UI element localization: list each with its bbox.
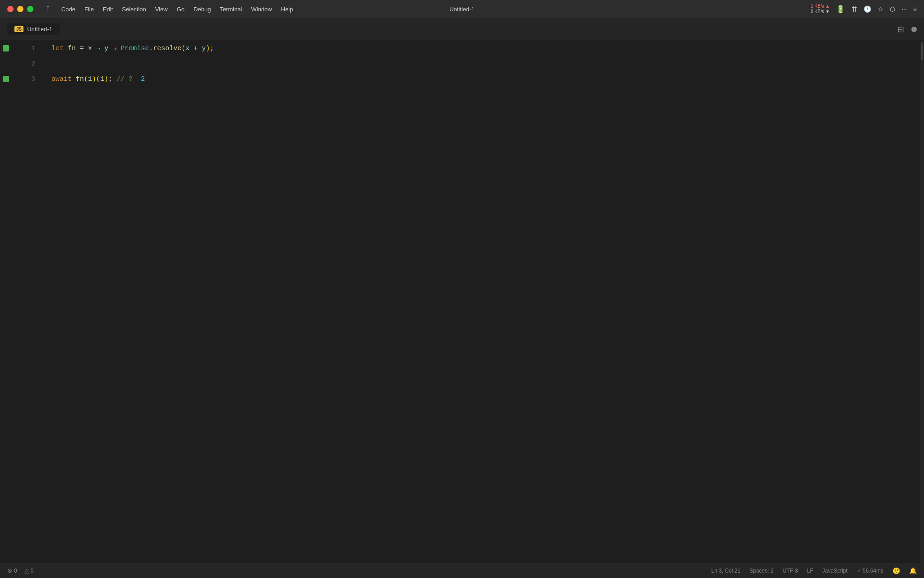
gutter-line-2 (0, 56, 20, 71)
more-icon[interactable]: ··· (901, 5, 907, 13)
param-x: x (88, 45, 92, 52)
code-line-3[interactable]: await fn(1)(1); // ? 2 (42, 71, 924, 87)
num-1b: 1 (100, 75, 104, 83)
menubar:  Code File Edit Selection View Go Debug… (0, 0, 924, 18)
arg-x: x (185, 45, 189, 52)
arrow-2: ⇒ (112, 44, 116, 53)
arg-y: y (202, 45, 206, 52)
tab-title: Untitled-1 (27, 26, 52, 33)
menu-edit[interactable]: Edit (98, 4, 117, 14)
code-line-2[interactable] (42, 56, 924, 71)
breakpoint-gutter (0, 41, 20, 563)
comment-text: // ? (116, 75, 141, 83)
statusbar-left: ⊗ 0 △ 0 (7, 567, 33, 574)
editor: 1 2 3 let fn = x ⇒ y ⇒ Promise.resolve(x… (0, 41, 924, 563)
bookmark-icon: ☆ (878, 5, 883, 13)
menubar-right: 1 KB/s ▲ 0 KB/s ▼ 🔋 ⇈ 🕐 ☆ ⬡ ··· ≡ (811, 4, 917, 14)
minimize-button[interactable] (17, 6, 23, 12)
menu-code[interactable]: Code (57, 4, 80, 14)
error-number: 0 (14, 568, 17, 574)
var-fn: fn (68, 45, 76, 52)
scrollbar[interactable] (920, 41, 924, 563)
split-editor-icon[interactable]: ⊟ (897, 24, 904, 34)
keyword-await: await (51, 75, 76, 83)
close-button[interactable] (7, 6, 14, 12)
clock-icon: 🕐 (864, 5, 871, 13)
network-info: 1 KB/s ▲ 0 KB/s ▼ (811, 4, 830, 14)
method-resolve: resolve (153, 45, 181, 52)
gutter-line-1[interactable] (0, 41, 20, 56)
list-icon[interactable]: ≡ (913, 5, 917, 13)
maximize-button[interactable] (27, 6, 33, 12)
tabbar-actions: ⊟ (897, 24, 917, 34)
call-fn: fn (76, 75, 84, 83)
menu-debug[interactable]: Debug (189, 4, 215, 14)
smiley-icon[interactable]: 🙂 (892, 567, 900, 574)
op-equals: = (76, 45, 88, 52)
class-promise: Promise (120, 45, 149, 52)
breakpoint-1[interactable] (3, 45, 9, 51)
breakpoint-3[interactable] (3, 76, 9, 82)
cursor-position[interactable]: Ln 3, Col 21 (711, 568, 741, 574)
num-1a: 1 (88, 75, 92, 83)
statusbar: ⊗ 0 △ 0 Ln 3, Col 21 Spaces: 2 UTF-8 LF … (0, 563, 924, 578)
paren-close-3: ) (104, 75, 108, 83)
menu-file[interactable]: File (80, 4, 98, 14)
line-numbers: 1 2 3 (20, 41, 42, 563)
menu-view[interactable]: View (151, 4, 172, 14)
menu-selection[interactable]: Selection (117, 4, 150, 14)
language-mode[interactable]: JavaScript (822, 568, 848, 574)
menu-items:  Code File Edit Selection View Go Debug… (42, 3, 811, 15)
spaces-setting[interactable]: Spaces: 2 (749, 568, 773, 574)
arrow-1: ⇒ (96, 44, 100, 53)
active-tab[interactable]: JS Untitled-1 (7, 23, 60, 35)
statusbar-right: Ln 3, Col 21 Spaces: 2 UTF-8 LF JavaScri… (711, 567, 917, 574)
timing-info: ✓ 56.64ms (857, 568, 883, 574)
menu-window[interactable]: Window (247, 4, 277, 14)
avatar-icon: ⬡ (890, 5, 895, 13)
window-title: Untitled-1 (449, 6, 475, 13)
error-count[interactable]: ⊗ 0 (7, 567, 17, 574)
tabbar: JS Untitled-1 ⊟ (0, 18, 924, 41)
unsaved-indicator (911, 27, 917, 32)
code-line-1[interactable]: let fn = x ⇒ y ⇒ Promise.resolve(x + y); (42, 41, 924, 56)
warning-icon: △ (24, 567, 29, 574)
gutter-line-3[interactable] (0, 71, 20, 87)
warning-count[interactable]: △ 0 (24, 567, 34, 574)
battery-icon: 🔋 (836, 5, 845, 14)
error-icon: ⊗ (7, 567, 12, 574)
keyword-let: let (51, 45, 68, 52)
traffic-lights (7, 6, 33, 12)
line-ending[interactable]: LF (807, 568, 813, 574)
paren-open-1: ( (181, 45, 185, 52)
warning-number: 0 (31, 568, 34, 574)
bell-icon[interactable]: 🔔 (909, 567, 917, 574)
paren-close-1: ) (206, 45, 210, 52)
menu-terminal[interactable]: Terminal (215, 4, 246, 14)
line-number-2: 2 (20, 56, 42, 71)
param-y: y (104, 45, 108, 52)
paren-open-2: ( (84, 75, 88, 83)
code-editor[interactable]: let fn = x ⇒ y ⇒ Promise.resolve(x + y);… (42, 41, 924, 563)
scrollbar-thumb[interactable] (921, 42, 923, 61)
menu-help[interactable]: Help (277, 4, 298, 14)
menu-go[interactable]: Go (172, 4, 189, 14)
js-badge: JS (14, 26, 23, 32)
line-number-3: 3 (20, 71, 42, 87)
encoding[interactable]: UTF-8 (783, 568, 798, 574)
paren-close-2: ) (92, 75, 96, 83)
comment-value: 2 (141, 75, 145, 83)
wifi-icon: ⇈ (851, 5, 857, 14)
paren-open-3: ( (96, 75, 100, 83)
apple-menu[interactable]:  (42, 3, 54, 15)
line-number-1: 1 (20, 41, 42, 56)
